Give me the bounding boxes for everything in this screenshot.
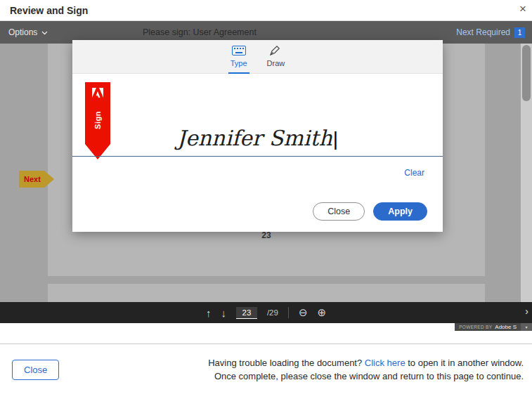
footer-close-button[interactable]: Close [12,360,59,380]
signature-dialog: Type Draw Sign Jennifer Smith| Clear Clo… [72,40,443,232]
brand-label: Adobe S [495,324,517,330]
options-label: Options [8,27,37,37]
text-caret: | [333,128,338,150]
scrollbar-thumb[interactable] [522,45,531,101]
apply-button[interactable]: Apply [373,202,427,221]
signature-tabs: Type Draw [72,40,443,74]
signature-input[interactable]: Jennifer Smith| [72,126,443,150]
window-title: Review and Sign [0,5,88,16]
next-required-button[interactable]: Next Required 1 [456,21,525,44]
page-total-label: /29 [267,308,278,317]
document-next-page [48,284,485,302]
zoom-out-icon[interactable]: ⊖ [299,306,308,319]
powered-by-branding: POWERED BY Adobe S [455,323,521,331]
keyboard-icon [232,46,246,57]
pen-icon [269,46,282,57]
toolbar-divider [288,307,289,318]
dialog-buttons: Close Apply [313,202,427,221]
page-down-icon[interactable]: ↓ [221,307,226,319]
click-here-link[interactable]: Click here [365,358,406,368]
page-number-label: 23 [48,230,485,240]
zoom-in-icon[interactable]: ⊕ [318,306,327,319]
next-required-label: Next Required [456,27,510,37]
signature-text: Jennifer Smith [177,126,332,150]
clear-link[interactable]: Clear [404,168,424,178]
help-line2: Once complete, please close the window a… [214,371,524,381]
next-tag-label: Next [24,175,41,183]
chevron-right-icon[interactable]: › [525,306,528,317]
tab-type[interactable]: Type [228,40,249,73]
tab-draw-label: Draw [267,59,285,67]
window-titlebar: Review and Sign × [0,0,532,21]
footer-panel: Close Having trouble loading the documen… [0,344,532,399]
options-menu-button[interactable]: Options [8,21,48,44]
page-number-input[interactable] [236,307,257,319]
tab-draw[interactable]: Draw [265,40,287,73]
pdf-toolbar: ↑ ↓ /29 ⊖ ⊕ › [0,302,532,323]
close-icon[interactable]: × [519,2,526,16]
tab-type-label: Type [231,59,247,67]
page-up-icon[interactable]: ↑ [206,307,212,319]
adobe-logo-icon [85,88,110,100]
powered-by-label: POWERED BY [459,325,492,329]
signature-baseline [72,156,443,157]
vertical-scrollbar[interactable] [521,44,532,302]
dialog-close-button[interactable]: Close [313,202,365,221]
help-line1-suffix: to open it in another window. [406,358,524,368]
next-required-badge: 1 [514,27,525,38]
help-line1-prefix: Having trouble loading the document? [208,358,365,368]
help-text: Having trouble loading the document? Cli… [186,356,524,383]
branding-dropdown-icon[interactable]: ▾ [521,323,532,331]
active-tab-indicator [228,72,249,74]
chevron-down-icon [41,27,48,37]
